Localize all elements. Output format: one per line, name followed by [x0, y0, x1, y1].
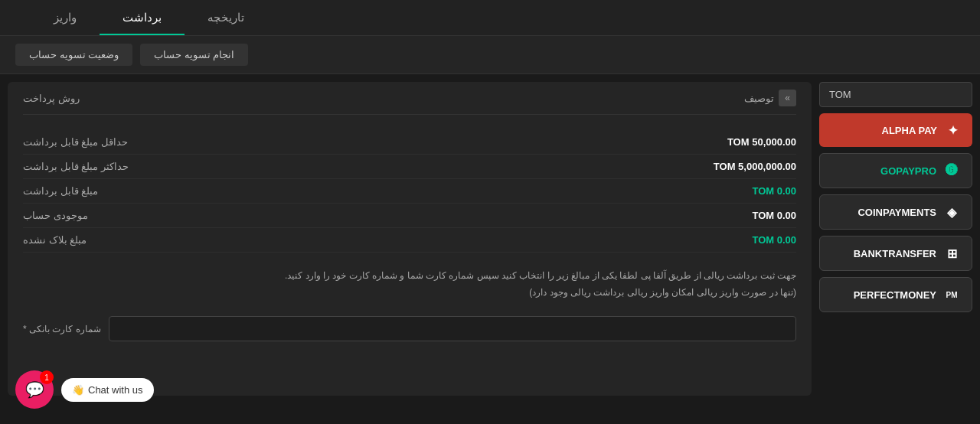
chat-bubble[interactable]: Chat with us 👋 — [61, 378, 154, 402]
description-block: جهت ثبت برداشت ریالی از طریق آلفا پی لطف… — [23, 268, 796, 301]
available-label: مبلغ قابل برداشت — [23, 185, 98, 197]
perfectmoney-label: PERFECTMONEY — [854, 289, 936, 301]
description-line2: (تنها در صورت واریز ریالی امکان واریز ری… — [23, 285, 796, 302]
payment-panel: TOM ✦ ALPHA PAY 🅖 GOPAYPRO ◈ COINPAYMENT… — [819, 82, 972, 396]
balance-value: TOM 0.00 — [752, 210, 796, 221]
payment-method-label: روش پرداخت — [23, 93, 80, 104]
info-panel: » توصیف روش پرداخت TOM 50,000.00 حداقل م… — [8, 82, 812, 396]
info-row-unblocked: TOM 0.00 مبلغ بلاک نشده — [23, 228, 796, 253]
chat-widget: Chat with us 👋 💬 1 — [15, 370, 154, 409]
main-content: TOM ✦ ALPHA PAY 🅖 GOPAYPRO ◈ COINPAYMENT… — [0, 74, 980, 403]
chat-badge: 1 — [40, 370, 54, 384]
payment-method-coinpay[interactable]: ◈ COINPAYMENTS — [819, 194, 972, 230]
action-bar: انجام تسویه حساب وضعیت تسویه حساب — [0, 36, 980, 74]
payment-method-banktransfer[interactable]: ⊞ BANKTRANSFER — [819, 236, 972, 271]
coinpay-icon: ◈ — [942, 203, 961, 221]
status-button[interactable]: وضعیت تسویه حساب — [15, 44, 132, 66]
payment-method-gopay[interactable]: 🅖 GOPAYPRO — [819, 153, 972, 188]
alphapay-label: ALPHA PAY — [882, 125, 937, 136]
tab-withdraw[interactable]: برداشت — [100, 0, 185, 35]
chat-button[interactable]: 💬 1 — [15, 370, 54, 409]
available-value: TOM 0.00 — [752, 185, 796, 197]
card-form-row: شماره کارت بانکی * — [23, 316, 796, 341]
tab-history[interactable]: تاریخچه — [185, 0, 267, 35]
coinpay-label: COINPAYMENTS — [858, 207, 936, 218]
tom-label: TOM — [819, 82, 972, 107]
banktransfer-label: BANKTRANSFER — [854, 248, 936, 259]
gopay-icon: 🅖 — [942, 161, 961, 180]
min-label: حداقل مبلغ قابل برداشت — [23, 136, 128, 148]
description-line1: جهت ثبت برداشت ریالی از طریق آلفا پی لطف… — [23, 268, 796, 285]
unblocked-value: TOM 0.00 — [752, 234, 796, 246]
perfectmoney-icon: PM — [942, 285, 961, 304]
info-row-min: TOM 50,000.00 حداقل مبلغ قابل برداشت — [23, 130, 796, 155]
expand-button[interactable]: » — [779, 90, 796, 106]
panel-header: » توصیف روش پرداخت — [23, 90, 796, 115]
desc-label: توصیف — [744, 93, 774, 104]
chat-emoji: 👋 — [72, 384, 84, 396]
payment-method-alphapay[interactable]: ✦ ALPHA PAY — [819, 113, 972, 147]
payment-method-perfectmoney[interactable]: PM PERFECTMONEY — [819, 277, 972, 312]
banktransfer-icon: ⊞ — [942, 244, 961, 263]
max-label: حداکثر مبلغ قابل برداشت — [23, 161, 129, 172]
form-section: شماره کارت بانکی * — [23, 316, 796, 341]
balance-label: موجودی حساب — [23, 210, 88, 221]
header-left: » توصیف — [744, 90, 796, 106]
chat-label: Chat with us — [88, 384, 143, 396]
info-row-max: TOM 5,000,000.00 حداکثر مبلغ قابل برداشت — [23, 155, 796, 179]
info-row-available: TOM 0.00 مبلغ قابل برداشت — [23, 179, 796, 204]
alphapay-icon: ✦ — [943, 121, 962, 139]
max-value: TOM 5,000,000.00 — [714, 161, 796, 172]
tab-deposit[interactable]: واریز — [31, 0, 100, 35]
top-navigation: تاریخچه برداشت واریز — [0, 0, 980, 36]
card-input[interactable] — [109, 316, 796, 341]
min-value: TOM 50,000.00 — [727, 136, 796, 148]
info-row-balance: TOM 0.00 موجودی حساب — [23, 204, 796, 228]
chat-icon: 💬 — [25, 380, 44, 399]
settle-button[interactable]: انجام تسویه حساب — [140, 44, 248, 66]
unblocked-label: مبلغ بلاک نشده — [23, 234, 87, 246]
card-label: شماره کارت بانکی * — [23, 324, 101, 334]
gopay-label: GOPAYPRO — [880, 165, 936, 177]
